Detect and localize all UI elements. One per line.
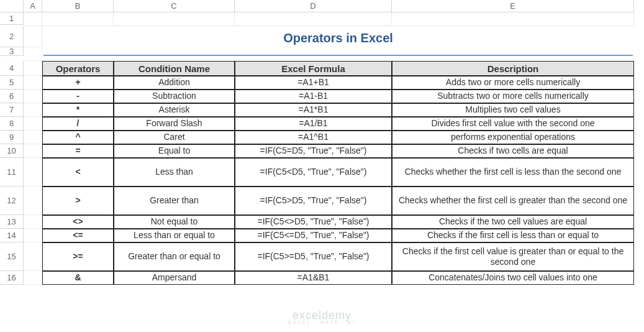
description-cell[interactable]: Checks whether the first cell is less th…	[392, 158, 634, 187]
row-header-1[interactable]: 1	[0, 12, 24, 25]
description-cell[interactable]: Divides first cell value with the second…	[392, 117, 634, 131]
description-cell[interactable]: performs exponential operations	[392, 131, 634, 144]
row-header-15[interactable]: 15	[0, 242, 24, 271]
column-header-c[interactable]: C	[114, 0, 235, 12]
formula-cell[interactable]: =IF(C5<>D5, "True", "False")	[235, 215, 392, 229]
cell-empty[interactable]	[24, 271, 42, 285]
column-header-d[interactable]: D	[235, 0, 392, 12]
description-cell[interactable]: Checks if two cells are equal	[392, 144, 634, 158]
cell-empty[interactable]	[24, 131, 42, 144]
table-header-d[interactable]: Excel Formula	[235, 61, 392, 76]
cell-empty[interactable]	[24, 103, 42, 117]
column-header-a[interactable]: A	[24, 0, 42, 12]
cell-empty[interactable]	[24, 117, 42, 131]
cell-empty[interactable]	[24, 144, 42, 158]
description-cell[interactable]: Checks whether the first cell is greater…	[392, 187, 634, 215]
row-header-6[interactable]: 6	[0, 90, 24, 103]
operator-cell[interactable]: <=	[42, 229, 114, 242]
row-header-12[interactable]: 12	[0, 187, 24, 215]
watermark-sub: EXCEL · DATA · BI	[288, 320, 356, 325]
formula-cell[interactable]: =IF(C5<=D5, "True", "False")	[235, 229, 392, 242]
row-header-7[interactable]: 7	[0, 103, 24, 117]
operator-cell[interactable]: *	[42, 103, 114, 117]
formula-cell[interactable]: =IF(C5>D5, "True", "False")	[235, 187, 392, 215]
cell-empty[interactable]	[24, 158, 42, 187]
page-title: Operators in Excel	[42, 26, 634, 47]
column-header-e[interactable]: E	[392, 0, 634, 12]
row-header-5[interactable]: 5	[0, 76, 24, 90]
cell-empty[interactable]	[24, 61, 42, 76]
formula-cell[interactable]: =A1*B1	[235, 103, 392, 117]
corner-cell	[0, 0, 24, 12]
watermark: exceldemy EXCEL · DATA · BI	[288, 309, 356, 325]
operator-cell[interactable]: <>	[42, 215, 114, 229]
cell-empty[interactable]	[42, 12, 114, 26]
operator-cell[interactable]: /	[42, 117, 114, 131]
table-header-e[interactable]: Description	[392, 61, 634, 76]
row-header-8[interactable]: 8	[0, 117, 24, 131]
formula-cell[interactable]: =A1/B1	[235, 117, 392, 131]
row-header-3[interactable]: 3	[0, 47, 24, 56]
cell-empty[interactable]	[114, 12, 235, 26]
description-cell[interactable]: Multiplies two cell values	[392, 103, 634, 117]
condition-name-cell[interactable]: Ampersand	[114, 271, 235, 285]
condition-name-cell[interactable]: Greater than or equal to	[114, 242, 235, 271]
operator-cell[interactable]: ^	[42, 131, 114, 144]
row-header-16[interactable]: 16	[0, 271, 24, 285]
row-header-11[interactable]: 11	[0, 158, 24, 187]
condition-name-cell[interactable]: Equal to	[114, 144, 235, 158]
cell-empty[interactable]	[235, 12, 392, 26]
cell-empty[interactable]	[24, 26, 42, 47]
condition-name-cell[interactable]: Forward Slash	[114, 117, 235, 131]
row-header-10[interactable]: 10	[0, 144, 24, 158]
description-cell[interactable]: Checks if the first cell value is greate…	[392, 242, 634, 271]
table-header-c[interactable]: Condition Name	[114, 61, 235, 76]
formula-cell[interactable]: =A1+B1	[235, 76, 392, 90]
description-cell[interactable]: Subtracts two or more cells numerically	[392, 90, 634, 103]
formula-cell[interactable]: =A1-B1	[235, 90, 392, 103]
condition-name-cell[interactable]: Subtraction	[114, 90, 235, 103]
condition-name-cell[interactable]: Caret	[114, 131, 235, 144]
row-header-9[interactable]: 9	[0, 131, 24, 144]
row-header-14[interactable]: 14	[0, 229, 24, 242]
operator-cell[interactable]: >=	[42, 242, 114, 271]
cell-empty[interactable]	[24, 229, 42, 242]
condition-name-cell[interactable]: Asterisk	[114, 103, 235, 117]
condition-name-cell[interactable]: Addition	[114, 76, 235, 90]
condition-name-cell[interactable]: Less than	[114, 158, 235, 187]
cell-empty[interactable]	[24, 76, 42, 90]
description-cell[interactable]: Checks if the first cell is less than or…	[392, 229, 634, 242]
cell-empty[interactable]	[24, 90, 42, 103]
operator-cell[interactable]: +	[42, 76, 114, 90]
formula-cell[interactable]: =A1^B1	[235, 131, 392, 144]
column-header-b[interactable]: B	[42, 0, 114, 12]
description-cell[interactable]: Checks if the two cell values are equal	[392, 215, 634, 229]
formula-cell[interactable]: =A1&B1	[235, 271, 392, 285]
operator-cell[interactable]: >	[42, 187, 114, 215]
row-header-4[interactable]: 4	[0, 61, 24, 76]
spreadsheet-grid: ABCDE12Operators in Excel34OperatorsCond…	[0, 0, 644, 285]
cell-empty[interactable]	[24, 215, 42, 229]
table-header-b[interactable]: Operators	[42, 61, 114, 76]
row-header-13[interactable]: 13	[0, 215, 24, 229]
operator-cell[interactable]: =	[42, 144, 114, 158]
operator-cell[interactable]: -	[42, 90, 114, 103]
operator-cell[interactable]: <	[42, 158, 114, 187]
formula-cell[interactable]: =IF(C5<D5, "True", "False")	[235, 158, 392, 187]
title-underline	[43, 47, 633, 56]
cell-empty[interactable]	[24, 47, 42, 61]
cell-empty[interactable]	[24, 187, 42, 215]
condition-name-cell[interactable]: Less than or equal to	[114, 229, 235, 242]
watermark-title: exceldemy	[288, 309, 356, 322]
row-header-2[interactable]: 2	[0, 26, 24, 47]
description-cell[interactable]: Adds two or more cells numerically	[392, 76, 634, 90]
condition-name-cell[interactable]: Not equal to	[114, 215, 235, 229]
cell-empty[interactable]	[392, 12, 634, 26]
cell-empty[interactable]	[24, 242, 42, 271]
formula-cell[interactable]: =IF(C5>=D5, "True", "False")	[235, 242, 392, 271]
formula-cell[interactable]: =IF(C5=D5, "True", "False")	[235, 144, 392, 158]
condition-name-cell[interactable]: Greater than	[114, 187, 235, 215]
operator-cell[interactable]: &	[42, 271, 114, 285]
description-cell[interactable]: Concatenates/Joins two cell values into …	[392, 271, 634, 285]
cell-empty[interactable]	[24, 12, 42, 26]
